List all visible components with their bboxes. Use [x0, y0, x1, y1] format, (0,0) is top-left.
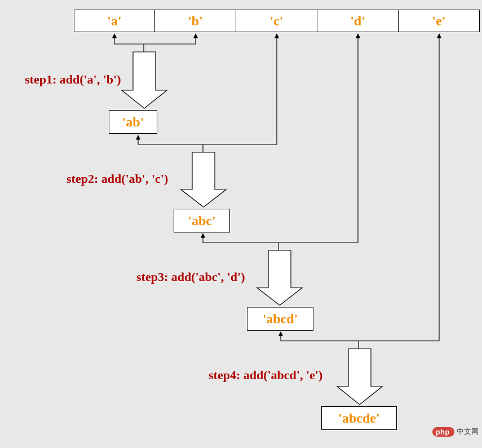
array-cell: 'e' [399, 10, 480, 32]
block-arrow-step4 [337, 349, 382, 405]
watermark: php 中文网 [432, 427, 479, 437]
step-label: step1: add('a', 'b') [25, 72, 121, 87]
diagram-canvas: 'a' 'b' 'c' 'd' 'e' 'ab' 'abc' 'abcd' 'a… [0, 0, 482, 448]
block-arrow-step2 [181, 152, 226, 207]
bracket-step4 [281, 34, 439, 349]
array-cell: 'a' [74, 10, 155, 32]
step-label: step4: add('abcd', 'e') [209, 368, 322, 383]
watermark-text: 中文网 [457, 427, 479, 437]
block-arrow-step1 [122, 52, 167, 108]
bracket-step2 [138, 34, 277, 152]
array-cell: 'b' [155, 10, 236, 32]
result-box: 'abcd' [247, 307, 313, 331]
bracket-step1 [114, 34, 196, 52]
array-cell: 'c' [236, 10, 317, 32]
array-row: 'a' 'b' 'c' 'd' 'e' [74, 10, 480, 32]
watermark-brand: php [432, 427, 454, 437]
step-label: step2: add('ab', 'c') [67, 172, 168, 186]
result-box: 'abcde' [321, 406, 397, 430]
block-arrow-step3 [257, 251, 302, 305]
step-label: step3: add('abc', 'd') [136, 270, 245, 284]
result-box: 'ab' [109, 110, 157, 134]
result-box: 'abc' [174, 209, 230, 232]
array-cell: 'd' [317, 10, 399, 32]
